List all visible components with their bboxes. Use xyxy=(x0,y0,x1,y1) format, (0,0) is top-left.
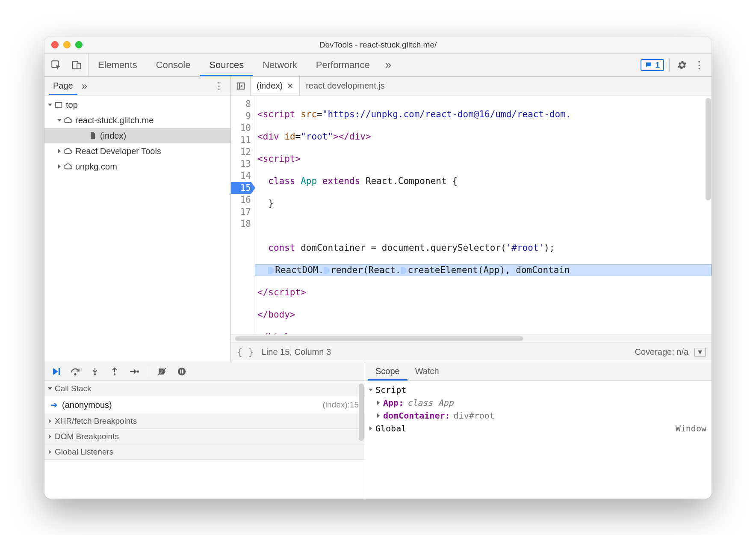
step-marker-icon xyxy=(268,267,274,274)
execution-line-marker: 15 xyxy=(231,182,251,194)
debugger-drawer: Call Stack ➔(anonymous) (index):15 XHR/f… xyxy=(44,362,712,499)
navigator-menu-icon[interactable]: ⋮ xyxy=(212,80,226,92)
traffic-lights xyxy=(51,41,83,48)
section-label: Call Stack xyxy=(55,384,92,393)
scope-prop[interactable]: App: class App xyxy=(365,396,712,409)
scope-name: Script xyxy=(375,385,406,395)
step-out-button[interactable] xyxy=(107,364,122,379)
section-label: DOM Breakpoints xyxy=(55,432,119,441)
file-tab-label: (index) xyxy=(257,81,283,91)
cursor-position: Line 15, Column 3 xyxy=(262,347,331,357)
step-into-button[interactable] xyxy=(87,364,103,379)
coverage-status: Coverage: n/a xyxy=(635,347,689,357)
callstack-scrollbar[interactable] xyxy=(359,383,364,465)
kebab-menu-icon[interactable]: ⋮ xyxy=(692,58,706,72)
close-tab-icon[interactable]: ✕ xyxy=(287,81,293,91)
line-gutter[interactable]: 891011121314 15 161718 xyxy=(231,95,255,334)
settings-icon[interactable] xyxy=(675,58,689,72)
expand-icon xyxy=(58,164,61,169)
expand-icon xyxy=(57,119,62,122)
expand-icon xyxy=(49,419,51,423)
stack-frame[interactable]: ➔(anonymous) (index):15 xyxy=(44,396,365,413)
main-toolbar: Elements Console Sources Network Perform… xyxy=(44,54,712,77)
cloud-icon xyxy=(63,162,73,171)
close-window-button[interactable] xyxy=(51,41,59,48)
expand-icon xyxy=(369,426,372,431)
svg-rect-3 xyxy=(56,102,62,107)
tree-domain-unpkg[interactable]: unpkg.com xyxy=(44,159,230,174)
dom-breakpoints-section[interactable]: DOM Breakpoints xyxy=(44,429,365,444)
editor-horizontal-scrollbar[interactable] xyxy=(231,334,712,342)
editor-tabs: (index) ✕ react.development.js xyxy=(231,77,712,95)
section-label: Global Listeners xyxy=(55,447,113,457)
scope-prop[interactable]: domContainer: div#root xyxy=(365,409,712,422)
tree-domain-main[interactable]: react-stuck.glitch.me xyxy=(44,113,230,128)
tab-sources[interactable]: Sources xyxy=(200,54,253,76)
tree-file-index[interactable]: (index) xyxy=(44,128,230,143)
navigator-tab-page[interactable]: Page xyxy=(49,77,77,95)
issues-badge[interactable]: 1 xyxy=(641,59,664,71)
tree-domain-rdt[interactable]: React Developer Tools xyxy=(44,143,230,159)
svg-rect-6 xyxy=(59,368,60,375)
section-label: XHR/fetch Breakpoints xyxy=(55,416,137,426)
tab-scope[interactable]: Scope xyxy=(368,362,408,380)
file-tab-react-dev[interactable]: react.development.js xyxy=(300,77,391,95)
window-title: DevTools - react-stuck.glitch.me/ xyxy=(44,40,712,50)
cloud-icon xyxy=(63,146,73,156)
source-map-icon[interactable]: ▼ xyxy=(694,348,706,357)
code-content[interactable]: <script src="https://unpkg.com/react-dom… xyxy=(255,95,712,334)
tab-network[interactable]: Network xyxy=(253,54,307,76)
file-tab-index[interactable]: (index) ✕ xyxy=(251,77,300,95)
expand-icon xyxy=(49,450,51,454)
scope-script[interactable]: Script xyxy=(365,383,712,396)
scope-tabs: Scope Watch xyxy=(365,362,712,381)
expand-icon xyxy=(48,104,52,106)
device-toolbar-icon[interactable] xyxy=(69,58,84,72)
expand-icon xyxy=(58,149,61,153)
prop-key: domContainer: xyxy=(383,410,450,421)
tab-watch[interactable]: Watch xyxy=(408,362,447,380)
svg-point-13 xyxy=(137,370,139,372)
expand-icon xyxy=(377,401,380,405)
zoom-window-button[interactable] xyxy=(75,41,83,48)
step-over-button[interactable] xyxy=(68,364,83,379)
pause-on-exceptions-button[interactable] xyxy=(174,364,189,379)
file-tree: top react-stuck.glitch.me (index) xyxy=(44,95,230,362)
prop-key: App: xyxy=(383,398,404,408)
editor-pane: (index) ✕ react.development.js 891011121… xyxy=(231,77,712,362)
global-listeners-section[interactable]: Global Listeners xyxy=(44,444,365,460)
scope-pane: Scope Watch Script App: class App domCon… xyxy=(365,362,712,499)
call-stack-pane: Call Stack ➔(anonymous) (index):15 XHR/f… xyxy=(44,362,365,499)
navigator-pane: Page » ⋮ top react-stu xyxy=(44,77,231,362)
pretty-print-icon[interactable]: { } xyxy=(237,347,254,357)
svg-point-9 xyxy=(94,373,96,375)
tab-performance[interactable]: Performance xyxy=(307,54,379,76)
issues-count: 1 xyxy=(655,60,660,70)
step-marker-icon xyxy=(401,267,407,274)
tree-label: top xyxy=(66,100,78,110)
tab-elements[interactable]: Elements xyxy=(89,54,147,76)
debug-toolbar xyxy=(44,362,365,381)
deactivate-breakpoints-button[interactable] xyxy=(154,364,170,379)
frame-name: (anonymous) xyxy=(62,400,112,410)
tree-label: unpkg.com xyxy=(75,162,117,172)
tab-console[interactable]: Console xyxy=(147,54,200,76)
panel-tabs: Elements Console Sources Network Perform… xyxy=(89,54,635,76)
toggle-navigator-icon[interactable] xyxy=(231,77,251,95)
resume-button[interactable] xyxy=(48,364,63,379)
frame-icon xyxy=(54,100,63,110)
editor-vertical-scrollbar[interactable] xyxy=(706,98,711,284)
svg-point-16 xyxy=(178,367,186,375)
tree-frame-top[interactable]: top xyxy=(44,97,230,113)
navigator-more-tabs[interactable]: » xyxy=(77,80,92,92)
minimize-window-button[interactable] xyxy=(63,41,71,48)
more-tabs-button[interactable]: » xyxy=(379,54,397,76)
code-editor[interactable]: 891011121314 15 161718 <script src="http… xyxy=(231,95,712,334)
xhr-breakpoints-section[interactable]: XHR/fetch Breakpoints xyxy=(44,413,365,429)
scope-global[interactable]: Global Window xyxy=(365,422,712,435)
execution-line: ReactDOM.render(React.createElement(App)… xyxy=(255,264,712,276)
prop-value: div#root xyxy=(454,410,495,421)
inspect-element-icon[interactable] xyxy=(49,58,63,72)
call-stack-section[interactable]: Call Stack xyxy=(44,381,365,396)
step-button[interactable] xyxy=(127,364,142,379)
